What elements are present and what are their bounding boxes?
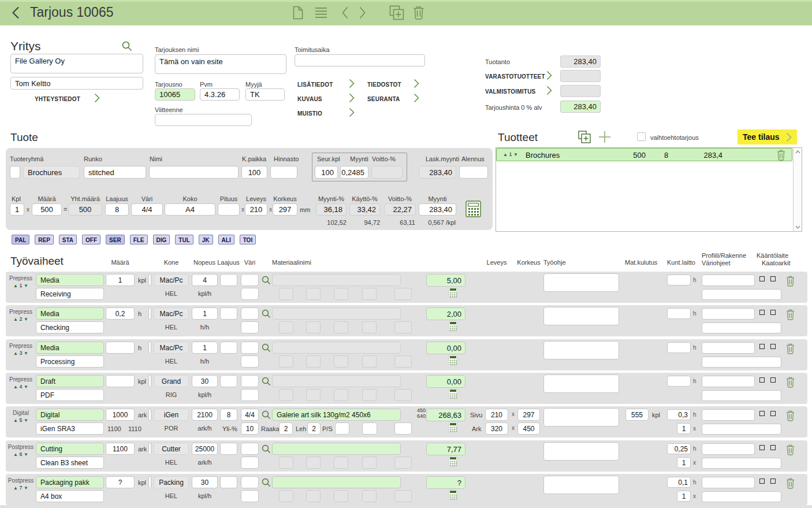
wp-instructions-field[interactable] xyxy=(543,442,619,461)
wp-machine-field[interactable]: iGen xyxy=(154,409,189,421)
tag-jk[interactable]: JK xyxy=(199,235,213,244)
wp-profile-field[interactable] xyxy=(702,409,755,421)
wp-splitter[interactable] xyxy=(148,409,151,421)
stock-products-link[interactable]: VARASTOTUOTTEET xyxy=(485,73,545,80)
company-name-field[interactable]: File Gallery Oy xyxy=(10,54,143,73)
calculator-icon[interactable] xyxy=(465,201,481,217)
wp-delete-icon[interactable] xyxy=(786,377,795,388)
row-up-icon[interactable]: ▲ xyxy=(13,283,18,288)
row-up-icon[interactable]: ▲ xyxy=(13,452,18,457)
memo-link[interactable]: MUISTIO xyxy=(297,110,322,117)
wp-setup-field[interactable] xyxy=(667,275,691,285)
wp-waste-checkbox[interactable] xyxy=(770,445,776,450)
wp-setup-field[interactable] xyxy=(667,342,691,353)
wp-waste-checkbox[interactable] xyxy=(770,479,776,484)
create-order-button[interactable]: Tee tilaus xyxy=(737,129,797,144)
wp-work2-field[interactable]: PDF xyxy=(36,389,104,401)
wp-splitter[interactable] xyxy=(148,443,151,455)
wp-work2-field[interactable]: Checking xyxy=(36,321,104,333)
wp-extent-field[interactable] xyxy=(220,443,237,455)
wp-color2-field[interactable] xyxy=(241,490,259,502)
wp-extent-field[interactable] xyxy=(220,307,237,320)
wp-speed-field[interactable]: 30 xyxy=(192,375,218,387)
material-search-icon[interactable] xyxy=(262,410,270,419)
wp-turner-checkbox[interactable] xyxy=(759,479,765,484)
wp-setup-field[interactable] xyxy=(667,308,691,319)
row-down-icon[interactable]: ▼ xyxy=(24,452,28,457)
delivery-time-field[interactable] xyxy=(295,54,425,66)
wp-qty-field[interactable]: 1100 xyxy=(106,443,135,455)
wp-delete-icon[interactable] xyxy=(786,410,795,421)
wp-machine-field[interactable]: Packing xyxy=(154,476,189,488)
ready-delivery-link[interactable]: VALMISTOIMITUS xyxy=(485,88,535,95)
wp-color-field[interactable]: 4/4 xyxy=(241,409,259,421)
wp-sort[interactable]: ▲ 5 ▼ xyxy=(6,417,36,423)
files-chevron-icon[interactable] xyxy=(414,79,419,88)
row-down-icon[interactable]: ▼ xyxy=(24,351,28,356)
row-down-icon[interactable]: ▼ xyxy=(24,317,28,322)
description-link[interactable]: KUVAUS xyxy=(297,96,322,102)
wp-splitter[interactable] xyxy=(148,375,151,387)
ps-field-3[interactable] xyxy=(394,422,412,435)
scroll-up-icon[interactable] xyxy=(795,150,800,154)
wp-delete-icon[interactable] xyxy=(786,343,795,354)
wp-delete-icon[interactable] xyxy=(786,444,795,455)
wp-work-field[interactable]: Packaging pakk xyxy=(36,476,104,488)
row-down-icon[interactable]: ▼ xyxy=(24,485,28,491)
wp-material-field[interactable] xyxy=(272,307,401,320)
body-field[interactable]: stitched xyxy=(84,166,146,179)
row-up-icon[interactable]: ▲ xyxy=(13,418,18,423)
wp-turner-checkbox[interactable] xyxy=(759,445,765,450)
product-group-field[interactable]: Brochures xyxy=(23,166,80,179)
wp-profile2-field[interactable] xyxy=(702,458,781,469)
tag-sta[interactable]: STA xyxy=(59,235,77,244)
row-up-icon[interactable]: ▲ xyxy=(13,317,18,322)
wp-profile-field[interactable] xyxy=(702,477,755,488)
wp-turner-checkbox[interactable] xyxy=(759,310,765,315)
stock-products-chevron-icon[interactable] xyxy=(546,71,552,80)
row-down-icon[interactable]: ▼ xyxy=(24,283,28,288)
contact-info-chevron-icon[interactable] xyxy=(94,93,100,103)
row-calculator-icon[interactable] xyxy=(449,287,457,298)
wp-qty-field[interactable] xyxy=(106,375,135,387)
wp-sort[interactable]: ▲ 3 ▼ xyxy=(6,350,36,356)
list-icon[interactable] xyxy=(315,7,327,18)
wp-material-field[interactable] xyxy=(272,274,401,286)
wp-turner-checkbox[interactable] xyxy=(759,344,765,349)
wp-speed-field[interactable]: 2100 xyxy=(192,409,218,421)
wp-material-field[interactable] xyxy=(272,342,401,354)
wp-qty-field[interactable]: ? xyxy=(106,476,135,488)
wp-sort[interactable]: ▲ 4 ▼ xyxy=(6,384,36,390)
wp-sort[interactable]: ▲ 6 ▼ xyxy=(6,451,36,457)
wp-profile2-field[interactable] xyxy=(702,289,781,300)
tag-ser[interactable]: SER xyxy=(106,235,125,244)
kpaikka-field[interactable]: 100 xyxy=(241,166,267,179)
wp-color2-field[interactable] xyxy=(241,355,259,368)
back-icon[interactable] xyxy=(12,6,20,19)
wp-work-field[interactable]: Cutting xyxy=(36,443,104,455)
material-search-icon[interactable] xyxy=(262,444,270,453)
material-search-icon[interactable] xyxy=(262,377,270,385)
wp-material-usage-field[interactable]: 555 xyxy=(625,409,649,421)
wp-profile2-field[interactable] xyxy=(702,390,781,401)
name-field[interactable] xyxy=(149,166,239,179)
wp-waste-checkbox[interactable] xyxy=(770,411,776,416)
wp-setup-field[interactable]: 0,25 xyxy=(667,443,691,454)
wp-splitter[interactable] xyxy=(148,476,151,488)
new-document-icon[interactable] xyxy=(292,6,304,20)
wp-color-field[interactable] xyxy=(241,307,259,320)
wp-setup2-field[interactable]: 1 xyxy=(677,457,691,468)
additional-info-chevron-icon[interactable] xyxy=(349,79,355,88)
row-calculator-icon[interactable] xyxy=(449,388,457,399)
wp-work-field[interactable]: Media xyxy=(36,342,104,354)
duplicate-icon[interactable] xyxy=(389,5,404,20)
wp-color-field[interactable] xyxy=(241,443,259,455)
tracking-chevron-icon[interactable] xyxy=(414,93,419,103)
sort-up-icon[interactable]: ▲ xyxy=(503,152,508,157)
row-up-icon[interactable]: ▲ xyxy=(13,351,18,356)
wp-profile-field[interactable] xyxy=(702,342,755,354)
wp-color2-field[interactable]: 10 xyxy=(241,422,259,435)
copy-product-icon[interactable] xyxy=(578,131,591,143)
wp-extent-field[interactable] xyxy=(220,342,237,354)
wp-extent-field[interactable] xyxy=(220,476,237,488)
